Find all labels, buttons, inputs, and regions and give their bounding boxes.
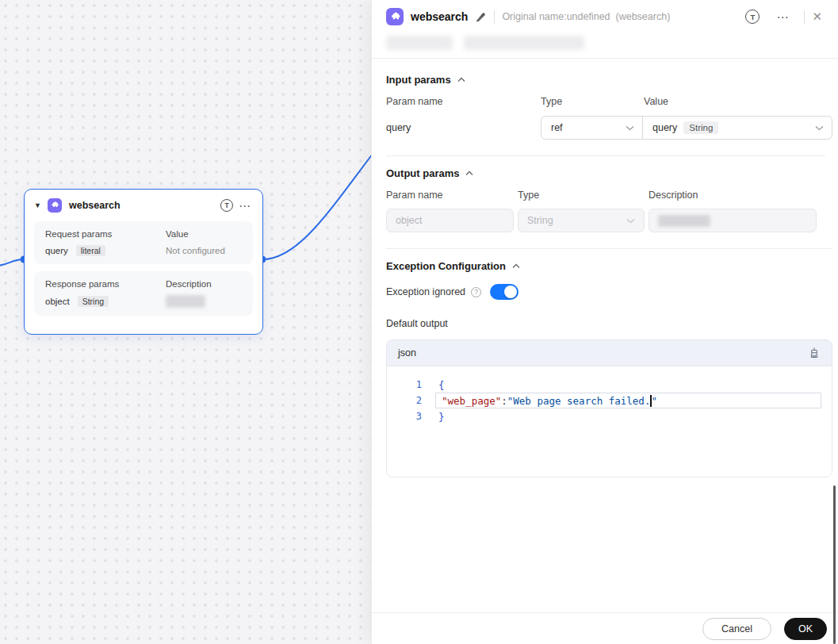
node-more-icon[interactable]: ⋯ xyxy=(239,200,251,212)
line-number: 1 xyxy=(387,379,422,390)
node-title: websearch xyxy=(69,200,215,211)
value-type-tag: String xyxy=(683,121,718,134)
scrollbar-thumb[interactable] xyxy=(833,485,836,644)
column-param-name: Param name xyxy=(386,96,541,107)
section-divider xyxy=(386,155,825,156)
editor-language-label: json xyxy=(398,347,808,358)
panel-more-icon[interactable]: ⋯ xyxy=(776,11,789,23)
redacted-text xyxy=(658,215,710,227)
response-param-row: object String xyxy=(45,295,166,308)
param-name: query xyxy=(386,122,541,133)
panel-footer: Cancel OK xyxy=(372,612,838,644)
test-run-icon[interactable]: T xyxy=(745,10,760,24)
close-icon[interactable]: ✕ xyxy=(812,10,822,24)
ok-button[interactable]: OK xyxy=(784,618,827,640)
exception-ignored-label: Exception ignored xyxy=(386,286,465,297)
puzzle-icon xyxy=(48,198,62,213)
default-output-label: Default output xyxy=(386,318,832,329)
section-divider xyxy=(386,248,832,249)
description-label: Description xyxy=(166,279,242,289)
redacted-text xyxy=(464,36,584,50)
active-line-highlight[interactable]: "web_page":"Web page search failed." xyxy=(435,393,821,408)
input-param-row: query ref query String xyxy=(386,116,832,140)
param-type-chip: String xyxy=(78,296,109,307)
original-name-text: Original name:undefined (websearch) xyxy=(502,11,738,22)
output-name-input-disabled: object xyxy=(386,209,514,232)
panel-header: websearch Original name:undefined (webse… xyxy=(372,0,838,33)
response-params-label: Response params xyxy=(45,279,166,289)
exception-config-header[interactable]: Exception Configuration xyxy=(386,260,832,272)
redacted-text xyxy=(386,36,453,50)
editor-header: json xyxy=(387,340,832,366)
param-type-chip: literal xyxy=(76,245,105,256)
edit-name-icon[interactable] xyxy=(475,11,487,23)
divider xyxy=(804,10,805,24)
chevron-down-icon xyxy=(626,218,635,224)
flow-editor: ▼ websearch T ⋯ Request params Value que… xyxy=(0,0,838,644)
test-run-icon[interactable]: T xyxy=(220,199,233,212)
format-clean-icon[interactable] xyxy=(808,347,821,359)
output-params-title: Output params xyxy=(386,167,459,179)
column-type: Type xyxy=(541,96,644,107)
request-params-label: Request params xyxy=(45,229,166,239)
column-description: Description xyxy=(649,190,832,201)
divider xyxy=(494,10,495,24)
redacted-subheader xyxy=(372,36,838,50)
input-params-columns: Param name Type Value xyxy=(386,96,832,107)
output-param-row: object String xyxy=(386,209,832,232)
output-type-select-disabled: String xyxy=(518,209,645,232)
code-line[interactable]: 3 } xyxy=(387,408,832,424)
exception-config-title: Exception Configuration xyxy=(386,260,506,272)
chevron-up-icon[interactable] xyxy=(512,263,520,269)
panel-title: websearch xyxy=(411,10,468,23)
code-line-active[interactable]: 2 "web_page":"Web page search failed." xyxy=(387,393,832,408)
input-value-controls: ref query String xyxy=(541,116,832,140)
collapse-caret-icon[interactable]: ▼ xyxy=(34,201,42,209)
chevron-up-icon[interactable] xyxy=(465,171,473,176)
line-number: 2 xyxy=(387,395,422,406)
request-param-row: query literal xyxy=(45,245,166,256)
line-number: 3 xyxy=(387,411,422,422)
type-select[interactable]: ref xyxy=(541,117,643,139)
value-select[interactable]: query String xyxy=(643,117,832,139)
param-name: query xyxy=(45,246,68,255)
incoming-edge xyxy=(0,259,23,266)
cancel-button[interactable]: Cancel xyxy=(702,618,771,640)
redacted-text xyxy=(166,295,205,308)
param-name: object xyxy=(45,297,70,306)
value-label: Value xyxy=(166,229,242,239)
section-divider xyxy=(372,58,838,59)
param-value: Not configured xyxy=(166,245,242,256)
output-params-columns: Param name Type Description xyxy=(386,190,832,201)
value-select-param: query xyxy=(652,122,677,133)
chevron-down-icon xyxy=(626,125,634,131)
websearch-node-card[interactable]: ▼ websearch T ⋯ Request params Value que… xyxy=(24,189,263,335)
response-description xyxy=(166,295,242,308)
chevron-up-icon[interactable] xyxy=(457,77,465,82)
output-description-input-disabled xyxy=(649,209,817,232)
code-line[interactable]: 1 { xyxy=(387,377,832,393)
chevron-down-icon xyxy=(815,125,824,131)
request-params-section: Request params Value query literal Not c… xyxy=(34,221,253,264)
help-icon[interactable]: ? xyxy=(471,287,481,297)
exception-ignored-row: Exception ignored ? xyxy=(386,284,832,300)
node-header[interactable]: ▼ websearch T ⋯ xyxy=(25,190,262,221)
input-params-header[interactable]: Input params xyxy=(386,74,832,86)
exception-ignored-toggle[interactable] xyxy=(490,284,518,300)
outgoing-edge xyxy=(262,154,373,259)
type-select-value: ref xyxy=(551,122,619,133)
column-value: Value xyxy=(644,96,832,107)
column-type: Type xyxy=(518,190,649,201)
column-param-name: Param name xyxy=(386,190,518,201)
node-config-panel: websearch Original name:undefined (webse… xyxy=(371,0,838,644)
output-params-header[interactable]: Output params xyxy=(386,167,832,179)
puzzle-icon xyxy=(386,8,404,25)
input-params-title: Input params xyxy=(386,74,451,86)
editor-body[interactable]: 1 { 2 "web_page":"Web page search failed… xyxy=(387,366,832,477)
toggle-knob xyxy=(504,286,517,298)
json-editor[interactable]: json 1 { 2 xyxy=(386,339,832,477)
response-params-section: Response params Description object Strin… xyxy=(34,271,253,316)
